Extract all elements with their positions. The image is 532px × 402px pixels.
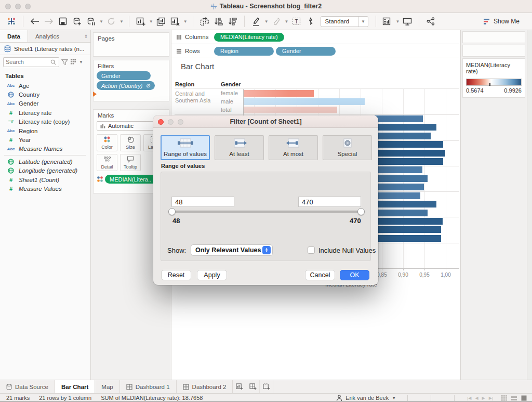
duplicate-sheet-icon[interactable]: [155, 15, 167, 28]
field-measure-values[interactable]: #Measure Values: [0, 184, 90, 193]
filters-shelf[interactable]: Filters GenderAction (Country)⊘: [93, 60, 169, 101]
ok-button[interactable]: OK: [340, 270, 369, 280]
search-input[interactable]: [6, 59, 50, 65]
format-icon[interactable]: [270, 15, 283, 28]
range-max-input[interactable]: [298, 197, 361, 207]
show-hide-cards-caret[interactable]: ▼: [396, 19, 400, 24]
gender-row-label[interactable]: male: [221, 98, 233, 105]
new-worksheet-icon[interactable]: [135, 15, 147, 28]
range-slider[interactable]: [170, 211, 363, 213]
bar-mark[interactable]: [244, 98, 365, 105]
reset-button[interactable]: Reset: [161, 270, 191, 280]
field-literacy-rate[interactable]: #Literacy rate: [0, 108, 90, 117]
rows-pill-gender[interactable]: Gender: [276, 47, 336, 56]
apply-button[interactable]: Apply: [197, 270, 227, 280]
filter-type-at-least[interactable]: At least: [215, 135, 264, 160]
field-gender[interactable]: AbcGender: [0, 99, 90, 108]
range-min-input[interactable]: [171, 197, 234, 207]
pause-auto-updates-icon[interactable]: [85, 15, 97, 28]
clear-sheet-caret[interactable]: ▼: [183, 19, 188, 24]
gender-row-label[interactable]: female: [221, 90, 238, 96]
filter-pill-gender[interactable]: Gender: [97, 71, 151, 80]
field-region[interactable]: AbcRegion: [0, 126, 90, 135]
field-latitude-generated-[interactable]: Latitude (generated): [0, 157, 90, 166]
show-values-dropdown[interactable]: Only Relevant Values ▲▼: [191, 244, 273, 256]
dialog-zoom-button[interactable]: [178, 119, 183, 125]
refresh-caret[interactable]: ▼: [119, 19, 124, 24]
full-view-icon[interactable]: [521, 395, 527, 401]
field-country[interactable]: Country: [0, 90, 90, 99]
zoom-window-button[interactable]: [25, 4, 31, 9]
field-literacy-rate-copy-[interactable]: =#Literacy rate (copy): [0, 118, 90, 126]
sheet-tab-data-source[interactable]: Data Source: [0, 380, 55, 393]
rows-pill-region[interactable]: Region: [214, 47, 274, 56]
pause-updates-caret[interactable]: ▼: [99, 19, 103, 24]
undo-icon[interactable]: [29, 15, 41, 28]
new-data-source-icon[interactable]: [71, 15, 83, 28]
new-worksheet-caret[interactable]: ▼: [149, 19, 153, 24]
redo-icon[interactable]: [43, 15, 55, 28]
field-measure-names[interactable]: AbcMeasure Names: [0, 145, 90, 153]
fix-axes-icon[interactable]: [304, 15, 317, 28]
tab-data[interactable]: Data: [0, 30, 28, 42]
filter-dialog-titlebar[interactable]: Filter [Count of Sheet1]: [153, 115, 378, 128]
field-year[interactable]: #Year: [0, 135, 90, 144]
new-story-button[interactable]: [260, 380, 273, 393]
user-menu[interactable]: Erik van de Beek ▼: [336, 395, 396, 401]
fit-selector-caret[interactable]: ▼: [358, 17, 368, 27]
show-me-button[interactable]: Show Me: [484, 18, 527, 25]
text-label-icon[interactable]: T: [290, 15, 303, 28]
share-icon[interactable]: [424, 15, 437, 28]
view-as-grid-icon[interactable]: [70, 59, 77, 65]
sort-ascending-icon[interactable]: [212, 15, 225, 28]
record-navigation[interactable]: |◀ ◀ ▶ ▶|: [467, 396, 493, 400]
new-worksheet-button[interactable]: [233, 380, 246, 393]
filter-pill-action-country-[interactable]: Action (Country)⊘: [97, 81, 155, 90]
new-dashboard-button[interactable]: [246, 380, 260, 393]
clear-sheet-icon[interactable]: [169, 15, 181, 28]
sort-fields-icon[interactable]: ⇕: [84, 30, 90, 42]
include-null-checkbox[interactable]: [308, 247, 315, 254]
columns-pill-median-literacy-rate-[interactable]: MEDIAN(Literacy rate): [214, 33, 284, 42]
sheet-tab-bar-chart[interactable]: Bar Chart: [55, 380, 95, 393]
tableau-logo-icon[interactable]: [5, 15, 18, 28]
mark-button-tooltip[interactable]: Tooltip: [120, 154, 141, 171]
fit-selector[interactable]: Standard ▼: [321, 16, 368, 27]
sheet-tab-dashboard-1[interactable]: Dashboard 1: [120, 380, 177, 393]
slider-min-handle[interactable]: [168, 208, 176, 215]
filter-type-at-most[interactable]: At most: [269, 135, 318, 160]
highlight-caret[interactable]: ▼: [264, 19, 269, 24]
minimize-window-button[interactable]: [15, 4, 21, 9]
pages-shelf[interactable]: Pages: [93, 32, 169, 57]
presentation-mode-icon[interactable]: [401, 15, 414, 28]
mark-button-detail[interactable]: Detail: [97, 154, 117, 171]
more-results-indicator[interactable]: [93, 92, 97, 97]
filmstrip-view-icon[interactable]: [511, 395, 517, 401]
refresh-icon[interactable]: [105, 15, 117, 28]
field-age[interactable]: AbcAge: [0, 81, 90, 90]
field-longitude-generated-[interactable]: Longitude (generated): [0, 166, 90, 175]
bar-mark[interactable]: [244, 107, 337, 113]
gender-column-header[interactable]: Gender: [221, 81, 241, 87]
show-hide-cards-icon[interactable]: [381, 15, 394, 28]
region-row-label[interactable]: Central and Southern Asia: [175, 90, 219, 104]
highlight-icon[interactable]: [250, 15, 262, 28]
vertical-scrollbar[interactable]: [527, 30, 532, 380]
save-icon[interactable]: [57, 15, 69, 28]
legend-gradient[interactable]: [466, 79, 522, 86]
sheet-tab-map[interactable]: Map: [95, 380, 119, 393]
format-caret[interactable]: ▼: [285, 19, 289, 24]
filter-fields-icon[interactable]: [61, 59, 68, 66]
gender-row-label[interactable]: total: [221, 107, 232, 113]
filter-type-special[interactable]: Special: [323, 135, 372, 160]
mark-button-color[interactable]: Color: [97, 134, 117, 151]
sheet-tab-dashboard-2[interactable]: Dashboard 2: [177, 380, 233, 393]
mark-button-size[interactable]: Size: [120, 134, 141, 151]
sort-descending-icon[interactable]: [227, 15, 239, 28]
field-sheet1-count-[interactable]: #Sheet1 (Count): [0, 175, 90, 184]
window-traffic-lights[interactable]: [5, 4, 31, 9]
filter-type-range-of-values[interactable]: Range of values: [161, 135, 210, 160]
cancel-button[interactable]: Cancel: [305, 270, 335, 280]
bar-mark[interactable]: [244, 90, 314, 97]
view-as-caret[interactable]: ▼: [79, 60, 83, 64]
